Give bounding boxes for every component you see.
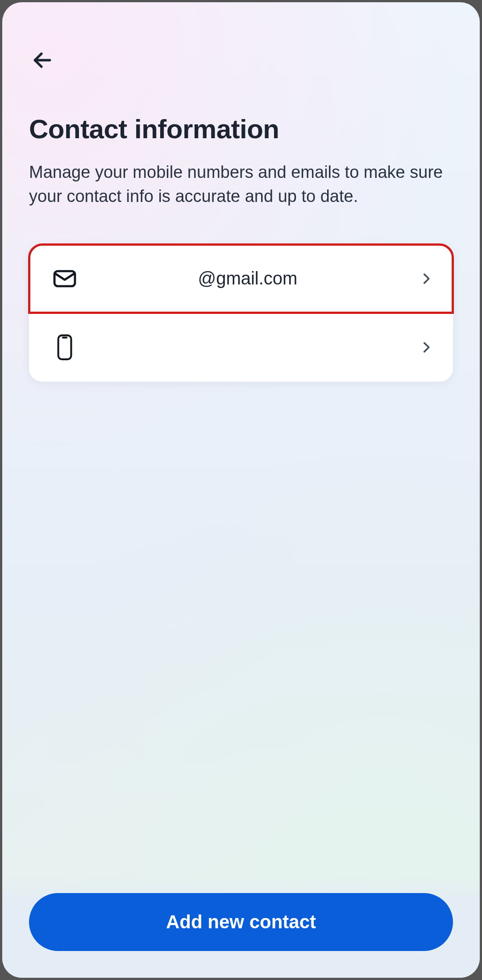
contact-email-value: @gmail.com [78, 268, 417, 288]
page-title: Contact information [29, 114, 453, 144]
phone-icon [51, 334, 78, 361]
page-subtitle: Manage your mobile numbers and emails to… [29, 161, 453, 209]
header: Contact information Manage your mobile n… [2, 2, 480, 209]
arrow-left-icon [31, 49, 54, 71]
screen: Contact information Manage your mobile n… [2, 2, 480, 978]
contact-list-card: @gmail.com [29, 244, 453, 382]
contact-row-phone[interactable] [29, 313, 453, 382]
contact-row-email[interactable]: @gmail.com [29, 244, 453, 313]
email-icon [51, 266, 78, 292]
back-button[interactable] [29, 47, 56, 74]
chevron-right-icon [417, 271, 435, 286]
footer: Add new contact [2, 875, 480, 978]
chevron-right-icon [417, 340, 435, 355]
viewport: Contact information Manage your mobile n… [0, 0, 482, 980]
svg-rect-2 [58, 335, 71, 359]
add-new-contact-button[interactable]: Add new contact [29, 893, 453, 951]
